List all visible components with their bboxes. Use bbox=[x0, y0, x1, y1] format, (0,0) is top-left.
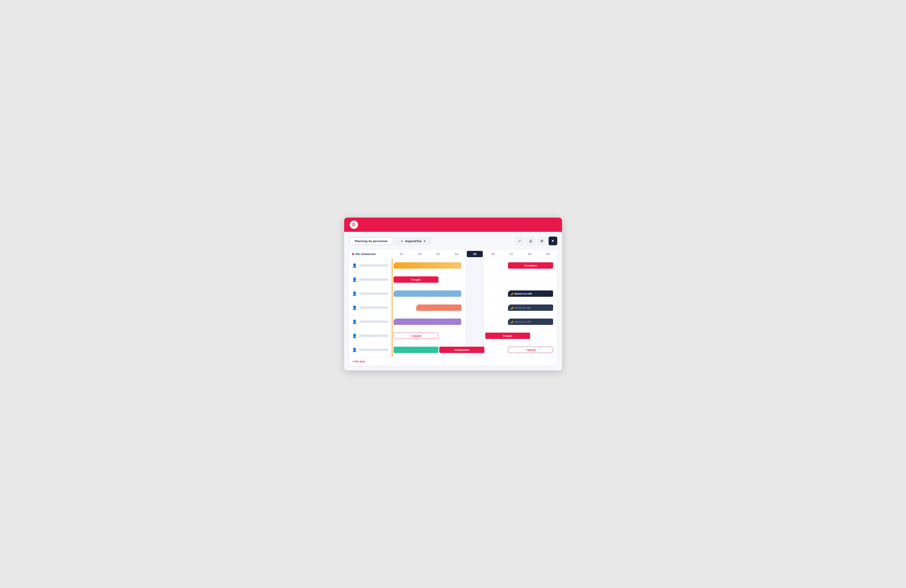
expand-icon: ⤢ bbox=[518, 239, 521, 243]
resource-header-label: Par ressources bbox=[356, 252, 376, 256]
print-button[interactable]: 🖨 bbox=[526, 237, 535, 245]
planning-row-7: 👤 Indisponible + Ajouter bbox=[349, 343, 557, 357]
resource-name-6 bbox=[359, 335, 389, 337]
event-teal-r7[interactable] bbox=[394, 347, 439, 353]
toolbar: Planning du personnel ◄ Aujourd'hui ► ⤢ … bbox=[349, 237, 557, 245]
next-arrow-icon[interactable]: ► bbox=[424, 239, 426, 242]
planning-title-button[interactable]: Planning du personnel bbox=[349, 237, 394, 245]
resource-name-4 bbox=[359, 306, 389, 309]
event-salmon-r4[interactable] bbox=[416, 304, 461, 311]
resource-name-3 bbox=[359, 292, 389, 295]
planning-header: Par ressources S1 S2 S3 S4 S5 S6 S7 S8 S… bbox=[349, 250, 557, 258]
filter-icon: ▼ bbox=[551, 239, 555, 243]
col-s6-r1 bbox=[484, 258, 502, 272]
event-darkcity-r3[interactable]: 🌙 Mantes-la-ville bbox=[508, 290, 553, 297]
event-ajouter-r7[interactable]: + Ajouter bbox=[508, 347, 553, 353]
event-blue-r3[interactable] bbox=[394, 290, 461, 297]
week-header-s3: S3 bbox=[429, 250, 447, 258]
resource-cell-3: 👤 bbox=[349, 287, 392, 301]
today-nav[interactable]: ◄ Aujourd'hui ► bbox=[396, 237, 431, 245]
person-icon-1: 👤 bbox=[352, 263, 357, 268]
event-conges-r2[interactable]: Congés bbox=[394, 276, 439, 283]
resource-cell-6: 👤 bbox=[349, 329, 392, 343]
week-header-s5: S5 bbox=[467, 251, 483, 257]
event-indisponible-r7[interactable]: Indisponible bbox=[439, 347, 484, 353]
planning-row-3: 👤 🌙 Mantes-la-ville bbox=[349, 287, 557, 301]
resource-cell-2: 👤 bbox=[349, 272, 392, 287]
planning-row-1: 👤 Formation bbox=[349, 258, 557, 272]
resource-cell-4: 👤 bbox=[349, 301, 392, 315]
moon-icon-r3: 🌙 bbox=[510, 292, 513, 295]
settings-button[interactable]: ⚙ bbox=[538, 237, 546, 245]
week-header-s2: S2 bbox=[411, 250, 429, 258]
person-icon-5: 👤 bbox=[352, 319, 357, 324]
moon-icon-r4: 🌙 bbox=[510, 306, 513, 309]
resource-cell-7: 👤 bbox=[349, 343, 392, 357]
resource-cell-1: 👤 bbox=[349, 258, 392, 272]
week-header-s4: S4 bbox=[447, 250, 466, 258]
print-icon: 🖨 bbox=[529, 239, 533, 243]
person-icon-3: 👤 bbox=[352, 291, 357, 296]
prev-arrow-icon[interactable]: ◄ bbox=[400, 239, 403, 242]
filter-button[interactable]: ▼ bbox=[549, 237, 557, 245]
resource-name-2 bbox=[359, 278, 389, 281]
resource-name-7 bbox=[359, 349, 389, 351]
moon-icon-r5: 🌙 bbox=[510, 320, 513, 323]
week-header-s6: S6 bbox=[484, 250, 502, 258]
person-icon-6: 👤 bbox=[352, 333, 357, 338]
voir-plus-button[interactable]: + Voir plus bbox=[349, 357, 557, 366]
week-header-s9: S9 bbox=[539, 250, 557, 258]
resource-dot-icon bbox=[352, 253, 354, 255]
resource-name-5 bbox=[359, 320, 389, 323]
planning-row-6: 👤 + Ajouter Congés bbox=[349, 329, 557, 343]
app-body: Planning du personnel ◄ Aujourd'hui ► ⤢ … bbox=[344, 232, 562, 370]
person-icon-2: 👤 bbox=[352, 277, 357, 282]
planning-grid: Par ressources S1 S2 S3 S4 S5 S6 S7 S8 S… bbox=[349, 250, 557, 366]
col-s5-r1 bbox=[466, 258, 484, 272]
app-window: D Planning du personnel ◄ Aujourd'hui ► … bbox=[344, 218, 562, 370]
resource-name-1 bbox=[359, 264, 389, 267]
event-conges-r6[interactable]: Congés bbox=[485, 333, 530, 339]
person-icon-4: 👤 bbox=[352, 305, 357, 310]
event-purple-r5[interactable] bbox=[394, 319, 461, 325]
app-header: D bbox=[344, 218, 562, 232]
event-darkcitymuted-r4[interactable]: 🌙 Mantes-la-ville bbox=[508, 304, 553, 311]
week-header-s7: S7 bbox=[502, 250, 520, 258]
event-yelloworange-r1[interactable] bbox=[394, 262, 461, 269]
planning-row-5: 👤 🌙 Mantes-la-ville bbox=[349, 315, 557, 329]
week-header-s8: S8 bbox=[521, 250, 539, 258]
resource-cell-5: 👤 bbox=[349, 315, 392, 329]
week-header-s1: S1 bbox=[392, 250, 411, 258]
resource-header-cell: Par ressources bbox=[349, 250, 392, 258]
today-label: Aujourd'hui bbox=[405, 239, 422, 243]
expand-button[interactable]: ⤢ bbox=[515, 237, 524, 245]
settings-icon: ⚙ bbox=[540, 239, 543, 243]
planning-row-2: 👤 Congés bbox=[349, 272, 557, 287]
person-icon-7: 👤 bbox=[352, 347, 357, 352]
event-formation-r1[interactable]: Formation bbox=[508, 262, 553, 269]
event-ajouter-r6[interactable]: + Ajouter bbox=[394, 333, 439, 339]
planning-row-4: 👤 🌙 Mantes-la-ville bbox=[349, 301, 557, 315]
event-darkcitymuted-r5[interactable]: 🌙 Mantes-la-ville bbox=[508, 319, 553, 325]
app-logo: D bbox=[350, 221, 358, 229]
